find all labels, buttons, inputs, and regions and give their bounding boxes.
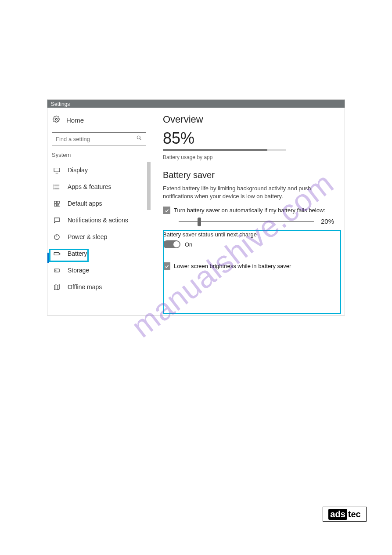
sidebar: Home System Display Apps & features xyxy=(47,108,151,315)
sidebar-item-label: Storage xyxy=(68,267,89,274)
auto-on-label: Turn battery saver on automatically if m… xyxy=(174,207,325,214)
lower-brightness-label: Lower screen brightness while in battery… xyxy=(174,263,291,269)
disk-icon xyxy=(53,266,61,274)
auto-on-row[interactable]: Turn battery saver on automatically if m… xyxy=(163,207,334,214)
sidebar-item-label: Power & sleep xyxy=(68,233,107,240)
threshold-value: 20% xyxy=(321,218,334,225)
nav-list: Display Apps & features Default apps Not… xyxy=(47,162,151,295)
svg-rect-3 xyxy=(54,168,60,172)
search-input[interactable] xyxy=(56,136,136,142)
sidebar-item-display[interactable]: Display xyxy=(47,162,151,178)
sidebar-item-default-apps[interactable]: Default apps xyxy=(47,195,151,212)
sidebar-item-label: Default apps xyxy=(68,200,102,207)
sidebar-item-apps[interactable]: Apps & features xyxy=(47,178,151,195)
battery-icon xyxy=(53,250,61,258)
lower-brightness-row[interactable]: Lower screen brightness while in battery… xyxy=(163,262,334,270)
svg-line-2 xyxy=(140,138,141,140)
auto-on-checkbox[interactable] xyxy=(163,207,170,214)
battery-saver-description: Extend battery life by limiting backgrou… xyxy=(163,185,334,200)
window-title: Settings xyxy=(47,100,345,108)
sidebar-item-label: Offline maps xyxy=(68,283,102,290)
svg-rect-13 xyxy=(54,204,56,206)
sidebar-home[interactable]: Home xyxy=(47,113,151,127)
svg-point-10 xyxy=(54,189,54,189)
sidebar-scrollbar-thumb[interactable] xyxy=(147,162,151,210)
saver-toggle-state: On xyxy=(185,241,192,248)
battery-progress xyxy=(163,149,286,151)
sidebar-item-label: Battery xyxy=(68,250,87,257)
power-icon xyxy=(53,233,61,241)
battery-percent: 85% xyxy=(163,131,334,146)
logo-tec: tec xyxy=(347,509,361,519)
saver-toggle-knob xyxy=(173,241,180,247)
lower-brightness-checkbox[interactable] xyxy=(163,262,170,270)
sidebar-item-battery[interactable]: Battery xyxy=(47,245,151,262)
threshold-slider-thumb[interactable] xyxy=(198,218,201,226)
overview-heading: Overview xyxy=(163,114,334,125)
svg-point-0 xyxy=(55,118,57,120)
sidebar-item-maps[interactable]: Offline maps xyxy=(47,279,151,295)
saver-toggle-row: On xyxy=(163,240,334,248)
svg-point-9 xyxy=(54,187,54,187)
list-icon xyxy=(53,183,61,191)
svg-rect-17 xyxy=(59,253,60,254)
search-icon xyxy=(136,135,142,143)
gear-icon xyxy=(53,116,60,124)
svg-rect-16 xyxy=(54,252,59,255)
svg-point-1 xyxy=(137,136,140,139)
settings-window: Settings Home System Display xyxy=(47,99,345,316)
sidebar-item-label: Notifications & actions xyxy=(68,217,128,224)
logo-ads: ads xyxy=(328,509,347,520)
sidebar-item-power[interactable]: Power & sleep xyxy=(47,229,151,245)
battery-saver-heading: Battery saver xyxy=(163,170,334,180)
saver-toggle[interactable] xyxy=(163,240,180,248)
sidebar-item-label: Display xyxy=(68,167,88,174)
sidebar-section-label: System xyxy=(47,152,151,162)
sidebar-scrollbar[interactable] xyxy=(147,162,151,298)
search-input-container[interactable] xyxy=(52,132,146,145)
battery-progress-fill xyxy=(163,149,267,151)
message-icon xyxy=(53,216,61,224)
map-icon xyxy=(53,283,61,291)
svg-point-19 xyxy=(55,270,56,271)
main-content: Overview 85% Battery usage by app Batter… xyxy=(151,108,345,315)
adstec-logo: adstec xyxy=(323,507,367,522)
svg-point-8 xyxy=(54,185,54,185)
saver-status-label: Battery saver status until next charge xyxy=(163,231,334,238)
monitor-icon xyxy=(53,166,61,174)
threshold-slider-row: 20% xyxy=(179,218,334,225)
svg-rect-11 xyxy=(54,201,56,203)
threshold-slider[interactable] xyxy=(179,221,314,222)
sidebar-item-label: Apps & features xyxy=(68,183,111,190)
sidebar-home-label: Home xyxy=(66,116,84,124)
defaults-icon xyxy=(53,200,61,207)
sidebar-item-storage[interactable]: Storage xyxy=(47,262,151,279)
sidebar-item-notifications[interactable]: Notifications & actions xyxy=(47,212,151,229)
active-indicator xyxy=(47,253,49,263)
battery-usage-link[interactable]: Battery usage by app xyxy=(163,154,212,160)
svg-rect-12 xyxy=(57,201,59,203)
